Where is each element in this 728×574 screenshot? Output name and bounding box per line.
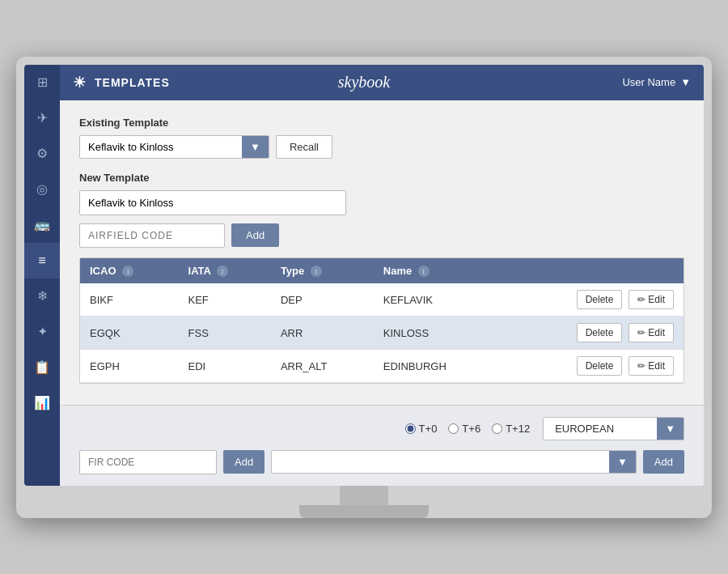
fir-second-input-wrapper: ▼ <box>271 450 637 474</box>
table-row: EGPH EDI ARR_ALT EDINBURGH Delete ✏ Edit <box>80 350 684 383</box>
iata-sort-icon[interactable]: ↕ <box>217 266 228 277</box>
sidebar: ⊞ ✈ ⚙ ◎ 🚌 ≡ ❄ ✦ 📋 📊 <box>24 65 60 486</box>
edit-button[interactable]: ✏ Edit <box>629 356 674 376</box>
time-offset-radio-group: T+0 T+6 T+12 <box>405 423 531 435</box>
airports-table-wrapper: ICAO ↕ IATA ↕ Type ↕ Name ↕ BIKF KEF DEP… <box>79 257 684 385</box>
cell-icao: EGPH <box>80 350 179 383</box>
cell-actions: Delete ✏ Edit <box>502 283 684 317</box>
sidebar-item-weather[interactable]: ❄ <box>24 278 60 314</box>
cell-name: KEFLAVIK <box>374 283 502 317</box>
fir-code-input[interactable] <box>79 450 217 474</box>
european-dropdown-btn[interactable]: ▼ <box>657 418 684 440</box>
new-template-label: New Template <box>79 172 684 184</box>
sidebar-item-routes[interactable]: ⚙ <box>24 136 60 172</box>
sidebar-item-grid[interactable]: ⊞ <box>24 65 60 100</box>
delete-button[interactable]: Delete <box>577 290 623 309</box>
existing-template-input[interactable] <box>80 136 242 158</box>
bottom-section: T+0 T+6 T+12 EUROPEAN ▼ <box>60 405 704 486</box>
col-iata: IATA ↕ <box>179 258 271 284</box>
cell-iata: KEF <box>179 283 271 317</box>
name-sort-icon[interactable]: ↕ <box>418 266 430 277</box>
sidebar-item-clipboard[interactable]: 📋 <box>24 350 60 385</box>
radio-t0-label[interactable]: T+0 <box>405 423 438 435</box>
existing-template-row: ▼ Recall <box>79 135 684 159</box>
sidebar-item-target[interactable]: ◎ <box>24 172 60 207</box>
european-dropdown-value: EUROPEAN <box>544 418 657 440</box>
sidebar-item-chart[interactable]: 📊 <box>24 385 60 421</box>
cell-iata: EDI <box>179 350 271 383</box>
fir-second-dropdown-btn[interactable]: ▼ <box>609 451 636 473</box>
radio-t6[interactable] <box>448 423 459 434</box>
table-row: EGQK FSS ARR KINLOSS Delete ✏ Edit <box>80 317 684 350</box>
sidebar-item-list[interactable]: ≡ <box>24 243 60 278</box>
airfield-row: Add <box>79 223 684 248</box>
cell-icao: EGQK <box>80 317 179 350</box>
delete-button[interactable]: Delete <box>577 356 623 376</box>
existing-template-label: Existing Template <box>79 117 684 129</box>
radio-t6-label[interactable]: T+6 <box>448 423 480 435</box>
user-menu-button[interactable]: ▼ <box>680 76 691 88</box>
main-area: ☀ TEMPLATES skybook User Name ▼ Existing… <box>60 65 704 486</box>
cell-type: ARR_ALT <box>271 350 374 383</box>
page-title: TEMPLATES <box>95 76 170 89</box>
cell-name: EDINBURGH <box>374 350 502 383</box>
sidebar-item-flights[interactable]: ✈ <box>24 100 60 136</box>
col-actions <box>502 258 684 284</box>
col-type: Type ↕ <box>271 258 374 284</box>
existing-template-wrapper: ▼ <box>79 135 269 159</box>
delete-button[interactable]: Delete <box>577 323 623 342</box>
radio-t12[interactable] <box>492 423 502 434</box>
recall-button[interactable]: Recall <box>276 135 332 159</box>
fir-add-button[interactable]: Add <box>223 450 265 474</box>
edit-button[interactable]: ✏ Edit <box>629 323 674 342</box>
app-header: ☀ TEMPLATES skybook User Name ▼ <box>60 65 704 100</box>
header-left: ☀ TEMPLATES <box>73 74 170 91</box>
monitor-stand-neck <box>340 486 388 505</box>
app-icon: ☀ <box>73 74 87 91</box>
sidebar-item-star[interactable]: ✦ <box>24 314 60 350</box>
radio-t0[interactable] <box>405 423 416 434</box>
header-right: User Name ▼ <box>622 76 691 88</box>
sidebar-item-transport[interactable]: 🚌 <box>24 207 60 243</box>
main-content: Existing Template ▼ Recall New Template … <box>60 100 704 405</box>
bottom-top-row: T+0 T+6 T+12 EUROPEAN ▼ <box>79 417 684 440</box>
fir-row: Add ▼ Add <box>79 450 684 474</box>
icao-sort-icon[interactable]: ↕ <box>122 266 133 277</box>
cell-type: DEP <box>271 283 374 317</box>
cell-name: KINLOSS <box>374 317 502 350</box>
edit-button[interactable]: ✏ Edit <box>629 290 674 309</box>
table-row: BIKF KEF DEP KEFLAVIK Delete ✏ Edit <box>80 283 684 317</box>
type-sort-icon[interactable]: ↕ <box>311 266 322 277</box>
col-name: Name ↕ <box>374 258 502 284</box>
monitor-stand-base <box>299 505 429 518</box>
new-template-name-input[interactable] <box>79 190 346 215</box>
airfield-add-button[interactable]: Add <box>231 223 279 247</box>
fir-second-input[interactable] <box>272 451 609 473</box>
cell-icao: BIKF <box>80 283 179 317</box>
airports-table: ICAO ↕ IATA ↕ Type ↕ Name ↕ BIKF KEF DEP… <box>80 258 684 384</box>
european-dropdown-wrapper: EUROPEAN ▼ <box>543 417 684 440</box>
new-template-name-row <box>79 190 684 215</box>
existing-template-dropdown-btn[interactable]: ▼ <box>242 136 269 158</box>
header-logo: skybook <box>338 73 390 91</box>
radio-t12-label[interactable]: T+12 <box>492 423 530 435</box>
airfield-code-input[interactable] <box>79 223 225 248</box>
cell-actions: Delete ✏ Edit <box>502 317 684 350</box>
user-name: User Name <box>622 76 675 88</box>
fir-second-add-button[interactable]: Add <box>643 450 684 474</box>
cell-actions: Delete ✏ Edit <box>502 350 684 383</box>
cell-type: ARR <box>271 317 374 350</box>
col-icao: ICAO ↕ <box>80 258 179 284</box>
cell-iata: FSS <box>179 317 271 350</box>
table-header-row: ICAO ↕ IATA ↕ Type ↕ Name ↕ <box>80 258 684 284</box>
